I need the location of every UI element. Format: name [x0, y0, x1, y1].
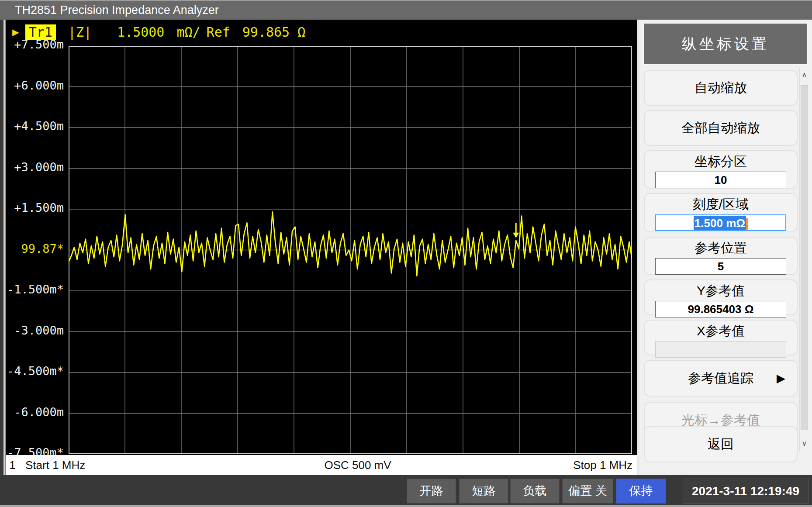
load-correction-button[interactable]: 负载 — [510, 479, 560, 504]
sidebar-scrollbar[interactable]: ∧ ∨ — [799, 68, 809, 451]
marker-arrow-icon — [513, 223, 519, 238]
sidebar-header-y-axis-settings: 纵坐标设置 — [643, 23, 808, 65]
y-axis-tick-label: +3.000m — [6, 161, 64, 174]
divisions-panel: 坐标分区 10 — [644, 150, 798, 189]
y-axis-tick-label: -3.000m — [6, 324, 64, 337]
bias-off-button[interactable]: 偏置 关 — [562, 479, 613, 504]
settings-sidebar: 纵坐标设置 自动缩放 全部自动缩放 坐标分区 10 刻度/区域 1.500 mΩ… — [639, 20, 812, 475]
scroll-up-icon[interactable]: ∧ — [800, 68, 809, 83]
scale-per-division-input[interactable]: 1.500 mΩ — [655, 214, 786, 231]
scrollbar-thumb[interactable] — [801, 85, 808, 430]
reference-tracking-button[interactable]: 参考值追踪 ▶ — [644, 360, 798, 397]
x-reference-value-input[interactable] — [655, 341, 786, 358]
reference-tracking-label: 参考值追踪 — [645, 361, 797, 396]
ref-label: Ref — [207, 24, 230, 40]
auto-scale-button[interactable]: 自动缩放 — [644, 70, 798, 106]
open-correction-button[interactable]: 开路 — [407, 479, 456, 504]
title-bar: TH2851 Precision Impedance Analyzer — [0, 0, 812, 20]
hold-button[interactable]: 保持 — [616, 479, 666, 504]
trace-parameter: |Z| — [68, 24, 92, 40]
y-reference-value-input[interactable]: 99.865403 Ω — [655, 301, 786, 317]
y-axis-tick-label: -4.500m* — [6, 365, 64, 378]
short-correction-button[interactable]: 短路 — [459, 479, 508, 504]
stop-frequency-label: Stop 1 MHz — [573, 459, 632, 472]
divisions-label: 坐标分区 — [645, 153, 797, 171]
auto-scale-all-button[interactable]: 全部自动缩放 — [644, 110, 798, 146]
y-axis-labels: +7.500m+6.000m+4.500m+3.000m+1.500m99.87… — [6, 20, 66, 455]
y-axis-tick-label: +6.000m — [6, 79, 64, 92]
return-button[interactable]: 返回 — [644, 426, 798, 462]
reference-position-input[interactable]: 5 — [655, 258, 786, 275]
x-reference-value-panel: X参考值 — [644, 320, 798, 355]
reference-position-label: 参考位置 — [645, 239, 797, 257]
osc-level-label: OSC 500 mV — [294, 459, 421, 472]
return-label: 返回 — [645, 427, 797, 462]
status-bar: 开路 短路 负载 偏置 关 保持 2021-3-11 12:19:49 — [0, 475, 812, 507]
y-reference-value-panel: Y参考值 99.865403 Ω — [644, 279, 798, 315]
submenu-arrow-icon: ▶ — [777, 361, 785, 396]
y-axis-tick-label: -1.500m* — [6, 283, 64, 296]
plot-panel: ▶ Tr1 |Z| 1.5000 mΩ/ Ref 99.865 Ω +7.500… — [6, 20, 637, 455]
y-axis-tick-label: +4.500m — [6, 120, 64, 133]
auto-scale-label: 自动缩放 — [645, 71, 797, 105]
trace-scale: 1.5000 — [117, 24, 164, 40]
scroll-down-icon[interactable]: ∨ — [800, 436, 809, 451]
app-window: TH2851 Precision Impedance Analyzer ▶ Tr… — [0, 0, 812, 507]
y-axis-tick-label: +7.500m — [6, 38, 64, 51]
y-axis-tick-label: +1.500m — [6, 201, 64, 214]
y-axis-tick-label: 99.87* — [6, 242, 64, 255]
trace-chart — [69, 46, 632, 454]
y-axis-tick-label: -6.000m — [6, 406, 64, 419]
plot-grid — [69, 46, 632, 454]
reference-position-panel: 参考位置 5 — [644, 237, 798, 275]
scale-per-division-label: 刻度/区域 — [645, 196, 797, 214]
trace-scale-unit: mΩ/ — [176, 24, 200, 40]
divisions-input[interactable]: 10 — [655, 172, 786, 188]
selected-input-text: 1.500 mΩ — [694, 216, 746, 230]
clock-display: 2021-3-11 12:19:49 — [683, 479, 809, 504]
y-reference-value-label: Y参考值 — [645, 282, 797, 300]
start-frequency-label: Start 1 MHz — [25, 459, 85, 472]
scale-per-division-panel: 刻度/区域 1.500 mΩ — [644, 193, 798, 232]
text-caret — [746, 218, 748, 230]
x-reference-value-label: X参考值 — [645, 322, 797, 340]
window-title: TH2851 Precision Impedance Analyzer — [15, 3, 219, 17]
channel-indicator: 1 — [6, 456, 19, 474]
auto-scale-all-label: 全部自动缩放 — [645, 111, 797, 145]
x-axis-strip: 1 Start 1 MHz OSC 500 mV Stop 1 MHz — [6, 455, 637, 475]
ref-value: 99.865 Ω — [242, 24, 306, 40]
